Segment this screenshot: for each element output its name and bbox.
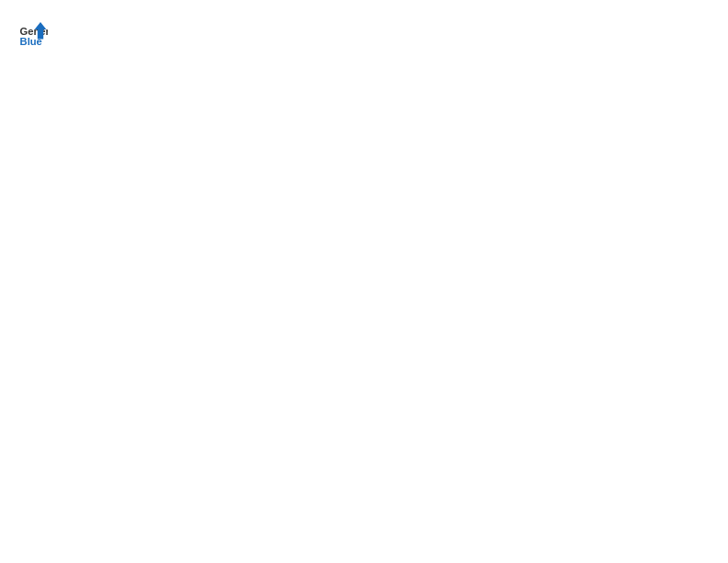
page-header: General Blue [18, 18, 710, 48]
logo: General Blue [18, 18, 48, 48]
logo-icon: General Blue [18, 18, 48, 48]
